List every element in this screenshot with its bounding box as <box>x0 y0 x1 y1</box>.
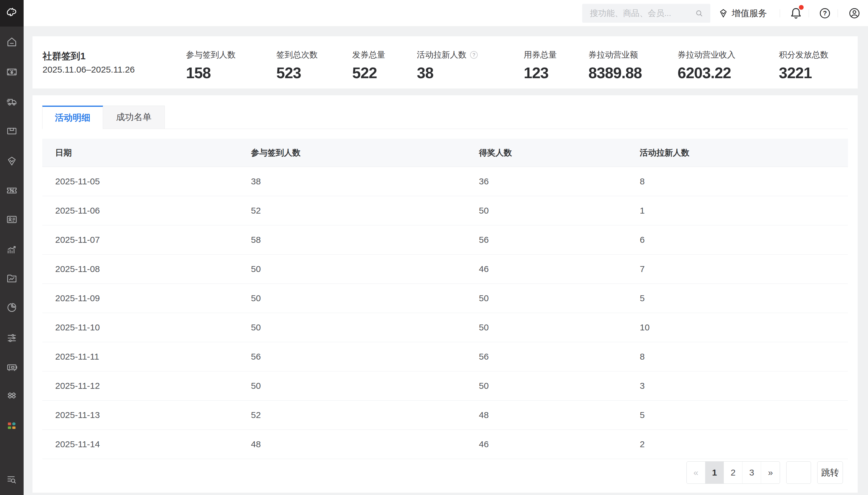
cell-new-users: 1 <box>627 206 848 216</box>
analytics-trend-icon[interactable] <box>5 242 19 257</box>
svg-text:?: ? <box>472 52 475 57</box>
gem-icon <box>718 8 728 19</box>
cell-winners: 36 <box>466 176 627 186</box>
account-avatar-button[interactable] <box>848 7 862 21</box>
cell-participants: 58 <box>238 235 466 245</box>
cell-participants: 52 <box>238 206 466 216</box>
customer-card-icon[interactable] <box>5 212 19 226</box>
cell-new-users: 7 <box>627 264 848 274</box>
cell-date: 2025-11-06 <box>42 206 238 216</box>
cash-register-icon[interactable] <box>5 360 19 374</box>
help-button[interactable]: ? <box>818 7 833 21</box>
page-jump-button[interactable]: 跳转 <box>817 461 843 484</box>
cell-participants: 50 <box>238 322 466 332</box>
cell-date: 2025-11-12 <box>42 381 238 391</box>
pager-page-3[interactable]: 3 <box>742 462 761 483</box>
stat-value: 3221 <box>779 64 829 82</box>
detail-table: 日期 参与签到人数 得奖人数 活动拉新人数 2025-11-05 38 36 8… <box>42 139 848 459</box>
pager-next[interactable]: » <box>761 462 780 483</box>
marketing-tools-icon[interactable] <box>5 389 19 404</box>
cell-date: 2025-11-11 <box>42 352 238 362</box>
stat-label: 券拉动营业额 <box>588 49 638 61</box>
cell-winners: 56 <box>466 352 627 362</box>
search-list-icon[interactable] <box>5 473 19 487</box>
table-row: 2025-11-07 58 56 6 <box>42 225 848 255</box>
help-icon[interactable]: ? <box>470 50 478 59</box>
stat-label: 参与签到人数 <box>186 49 235 61</box>
cell-winners: 50 <box>466 322 627 332</box>
cell-winners: 46 <box>466 439 627 449</box>
cell-winners: 50 <box>466 206 627 216</box>
cell-new-users: 2 <box>627 439 848 449</box>
stat-value: 123 <box>524 64 557 82</box>
svg-text:?: ? <box>823 10 827 17</box>
pager-page-1[interactable]: 1 <box>705 462 724 483</box>
logo-mark-icon <box>4 5 20 21</box>
cell-date: 2025-11-09 <box>42 293 238 303</box>
cell-date: 2025-11-07 <box>42 235 238 245</box>
cell-winners: 50 <box>466 293 627 303</box>
cell-winners: 46 <box>466 264 627 274</box>
cell-new-users: 5 <box>627 410 848 420</box>
search-input[interactable] <box>582 8 694 18</box>
cell-date: 2025-11-05 <box>42 176 238 186</box>
activity-title: 社群签到1 <box>43 50 86 63</box>
table-row: 2025-11-12 50 50 3 <box>42 371 848 400</box>
cell-new-users: 10 <box>627 322 848 332</box>
coupon-icon[interactable] <box>5 183 19 197</box>
column-new-users: 活动拉新人数 <box>627 147 848 158</box>
column-winners: 得奖人数 <box>466 147 627 158</box>
cell-date: 2025-11-08 <box>42 264 238 274</box>
finance-icon[interactable] <box>5 65 19 79</box>
app-logo[interactable] <box>0 0 23 27</box>
cell-date: 2025-11-14 <box>42 439 238 449</box>
stat-label: 活动拉新人数 <box>417 49 466 61</box>
top-header: 增值服务 ? <box>23 0 868 27</box>
cell-participants: 50 <box>238 293 466 303</box>
cell-new-users: 8 <box>627 352 848 362</box>
pager-page-2[interactable]: 2 <box>724 462 742 483</box>
cell-participants: 50 <box>238 381 466 391</box>
tab-activity-detail[interactable]: 活动明细 <box>42 106 103 129</box>
cell-winners: 50 <box>466 381 627 391</box>
report-folder-icon[interactable] <box>5 272 19 286</box>
stat-label: 发券总量 <box>352 49 385 61</box>
cell-winners: 48 <box>466 410 627 420</box>
stat-value: 522 <box>352 64 385 82</box>
table-row: 2025-11-13 52 48 5 <box>42 400 848 430</box>
apps-grid-icon[interactable] <box>5 419 19 433</box>
data-pie-icon[interactable] <box>5 300 19 314</box>
home-icon[interactable] <box>5 35 19 49</box>
stat-item: 积分发放总数 3221 <box>779 49 829 82</box>
stat-value: 523 <box>276 64 318 82</box>
cell-new-users: 8 <box>627 176 848 186</box>
tab-bar: 活动明细 成功名单 <box>32 106 858 129</box>
notifications-button[interactable] <box>789 6 803 20</box>
tab-success-list[interactable]: 成功名单 <box>103 106 165 129</box>
global-search[interactable] <box>582 4 710 23</box>
delivery-truck-icon[interactable] <box>5 95 19 109</box>
stat-item: 签到总次数 523 <box>276 49 318 82</box>
stat-label: 积分发放总数 <box>779 49 829 61</box>
activity-detail-card: 活动明细 成功名单 日期 参与签到人数 得奖人数 活动拉新人数 2025-11-… <box>32 95 858 493</box>
cell-date: 2025-11-10 <box>42 322 238 332</box>
settings-sliders-icon[interactable] <box>5 331 19 345</box>
cell-participants: 50 <box>238 264 466 274</box>
cell-new-users: 5 <box>627 293 848 303</box>
cell-participants: 38 <box>238 176 466 186</box>
column-participants: 参与签到人数 <box>238 147 466 158</box>
stat-item: 券拉动营业额 8389.88 <box>588 49 642 82</box>
search-icon[interactable] <box>694 8 704 18</box>
cell-participants: 52 <box>238 410 466 420</box>
stat-item: 券拉动营业收入 6203.22 <box>677 49 735 82</box>
pagination: «123» 跳转 <box>686 461 843 484</box>
stat-item: 参与签到人数 158 <box>186 49 235 82</box>
table-row: 2025-11-05 38 36 8 <box>42 167 848 196</box>
pager-prev[interactable]: « <box>687 462 705 483</box>
membership-gem-icon[interactable] <box>5 154 19 168</box>
page-jump-input[interactable] <box>786 461 811 484</box>
products-box-icon[interactable] <box>5 124 19 138</box>
value-added-services-button[interactable]: 增值服务 <box>718 0 767 27</box>
cell-winners: 56 <box>466 235 627 245</box>
stat-item: 发券总量 522 <box>352 49 385 82</box>
